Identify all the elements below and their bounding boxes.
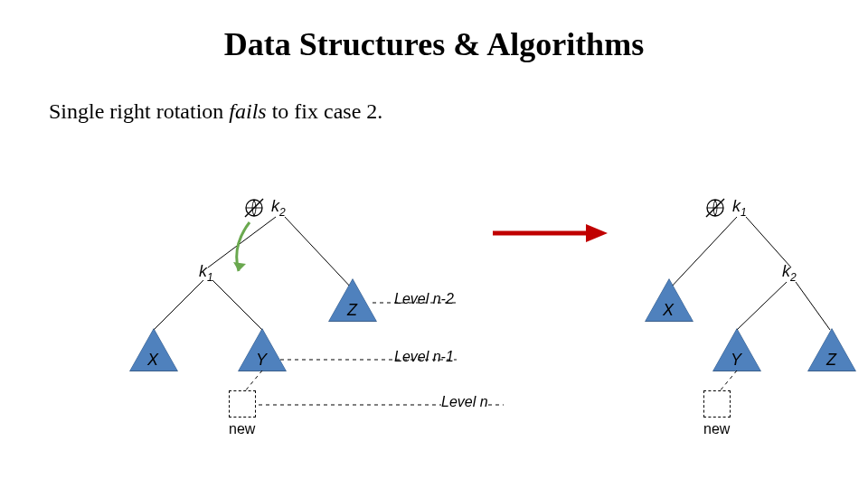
slide-subtitle: Single right rotation fails to fix case … <box>49 99 868 124</box>
triangle-x-left-label: X <box>147 351 158 370</box>
svg-point-4 <box>246 200 262 216</box>
svg-line-0 <box>208 217 276 267</box>
svg-marker-10 <box>586 224 608 242</box>
svg-line-3 <box>212 280 262 330</box>
triangle-x-right-label: X <box>663 301 674 320</box>
svg-line-12 <box>746 217 791 267</box>
svg-line-13 <box>737 282 787 330</box>
triangle-y-right-label: Y <box>731 351 741 370</box>
svg-line-7 <box>706 199 724 217</box>
subtitle-suffix: to fix case 2. <box>267 99 383 123</box>
svg-line-14 <box>796 282 830 330</box>
right-root-label: k1 <box>732 197 747 219</box>
svg-line-2 <box>154 280 203 330</box>
diagram-canvas <box>0 0 868 488</box>
subtitle-emph: fails <box>229 99 266 123</box>
triangle-z-right-label: Z <box>826 351 836 370</box>
triangle-y-left-label: Y <box>256 351 267 370</box>
new-label-right: new <box>703 421 730 437</box>
svg-line-19 <box>244 371 262 392</box>
svg-point-6 <box>707 200 723 216</box>
new-box-right <box>703 390 731 418</box>
new-box-left <box>229 390 256 418</box>
svg-line-20 <box>719 371 737 392</box>
svg-line-11 <box>669 217 737 289</box>
svg-line-5 <box>245 199 263 217</box>
level-n-label: Level n <box>441 394 488 410</box>
level-n2-label: Level n-2 <box>394 291 454 307</box>
level-n1-label: Level n-1 <box>394 349 454 365</box>
right-child-label: k2 <box>782 262 797 284</box>
triangle-z-left-label: Z <box>347 301 357 320</box>
svg-line-1 <box>285 217 353 289</box>
left-root-label: k2 <box>271 197 286 219</box>
subtitle-prefix: Single right rotation <box>49 99 229 123</box>
svg-marker-8 <box>233 262 246 271</box>
new-label-left: new <box>229 421 255 437</box>
slide-title: Data Structures & Algorithms <box>0 25 868 63</box>
left-child-label: k1 <box>199 262 213 284</box>
